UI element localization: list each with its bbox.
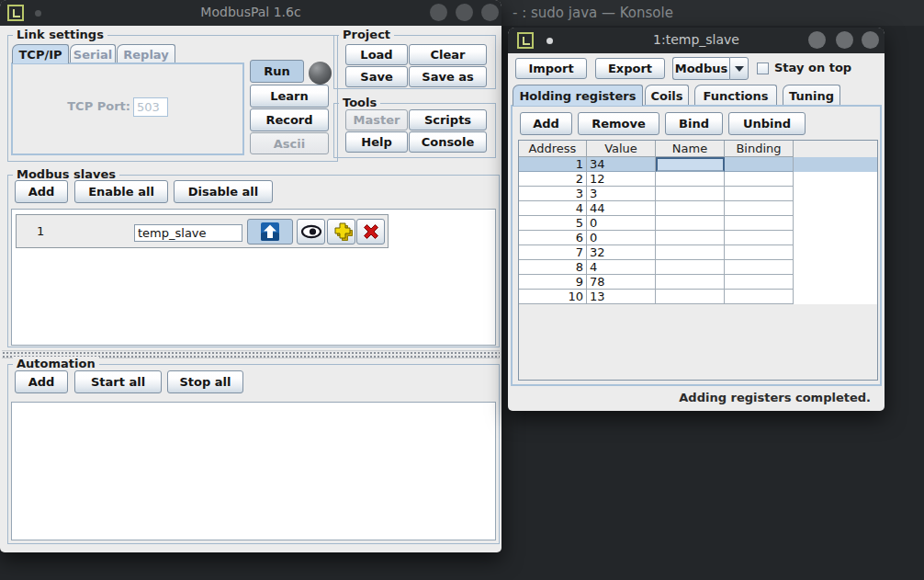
- mode-combobox[interactable]: Modbus: [672, 57, 729, 80]
- cell-binding[interactable]: [725, 187, 794, 201]
- cell-name[interactable]: [656, 245, 725, 260]
- register-remove-button[interactable]: Remove: [578, 112, 659, 135]
- table-row[interactable]: 33: [519, 187, 877, 201]
- table-row[interactable]: 50: [519, 216, 877, 231]
- console-button[interactable]: Console: [409, 131, 487, 153]
- export-button[interactable]: Export: [595, 58, 665, 79]
- help-button[interactable]: Help: [345, 131, 408, 153]
- column-header-value[interactable]: Value: [587, 141, 656, 157]
- cell-address[interactable]: 10: [519, 290, 587, 304]
- tab-coils[interactable]: Coils: [645, 85, 689, 106]
- save-button[interactable]: Save: [345, 66, 408, 87]
- cell-binding[interactable]: [725, 275, 794, 290]
- cell-address[interactable]: 4: [519, 201, 587, 216]
- cell-value[interactable]: 4: [587, 260, 656, 275]
- cell-value[interactable]: 0: [587, 231, 656, 245]
- cell-address[interactable]: 8: [519, 260, 587, 275]
- import-button[interactable]: Import: [515, 58, 587, 79]
- cell-value[interactable]: 32: [587, 245, 656, 260]
- cell-value[interactable]: 3: [587, 187, 656, 201]
- cell-binding[interactable]: [725, 260, 794, 275]
- minimize-button[interactable]: [430, 4, 447, 21]
- table-row[interactable]: 212: [519, 172, 877, 187]
- cell-address[interactable]: 3: [519, 187, 587, 201]
- master-button[interactable]: Master: [345, 109, 408, 131]
- table-row[interactable]: 444: [519, 201, 877, 216]
- cell-binding[interactable]: [725, 172, 794, 187]
- cell-binding[interactable]: [725, 157, 794, 172]
- close-button[interactable]: [862, 31, 879, 49]
- cell-binding[interactable]: [725, 231, 794, 245]
- column-header-binding[interactable]: Binding: [725, 141, 794, 157]
- cell-address[interactable]: 2: [519, 172, 587, 187]
- cell-binding[interactable]: [725, 290, 794, 304]
- cell-address[interactable]: 7: [519, 245, 587, 260]
- table-row[interactable]: 134: [519, 157, 877, 172]
- cell-name[interactable]: [656, 187, 725, 201]
- bind-button[interactable]: Bind: [665, 112, 723, 135]
- slave-delete-button[interactable]: [356, 219, 385, 245]
- run-button[interactable]: Run: [250, 60, 304, 83]
- tab-tcpip[interactable]: TCP/IP: [12, 44, 69, 63]
- cell-address[interactable]: 5: [519, 216, 587, 231]
- slave-stay-visible-button[interactable]: [297, 219, 325, 245]
- slave-add-button[interactable]: Add: [15, 180, 68, 203]
- cell-value[interactable]: 12: [587, 172, 656, 187]
- cell-address[interactable]: 9: [519, 275, 587, 290]
- minimize-button[interactable]: [808, 31, 826, 49]
- cell-name[interactable]: [656, 201, 725, 216]
- stay-on-top-checkbox[interactable]: [757, 63, 769, 74]
- cell-name[interactable]: [656, 157, 725, 172]
- table-row[interactable]: 1013: [519, 290, 877, 304]
- cell-name[interactable]: [656, 172, 725, 187]
- clear-button[interactable]: Clear: [409, 44, 487, 65]
- tcp-port-field[interactable]: 503: [133, 97, 168, 117]
- cell-address[interactable]: 1: [519, 157, 587, 172]
- cell-address[interactable]: 6: [519, 231, 587, 245]
- disable-all-button[interactable]: Disable all: [174, 180, 273, 203]
- table-row[interactable]: 84: [519, 260, 877, 275]
- tab-functions[interactable]: Functions: [694, 85, 777, 106]
- tab-holding-registers[interactable]: Holding registers: [513, 85, 643, 106]
- automation-add-button[interactable]: Add: [15, 370, 68, 393]
- stop-all-button[interactable]: Stop all: [167, 370, 243, 393]
- table-row[interactable]: 60: [519, 231, 877, 245]
- register-add-button[interactable]: Add: [520, 112, 572, 135]
- slave-item[interactable]: 1 temp_slave: [16, 214, 389, 248]
- cell-value[interactable]: 0: [587, 216, 656, 231]
- tab-tuning[interactable]: Tuning: [783, 85, 840, 106]
- cell-binding[interactable]: [725, 216, 794, 231]
- slave-name-field[interactable]: temp_slave: [134, 224, 242, 242]
- scripts-button[interactable]: Scripts: [409, 109, 487, 131]
- cell-value[interactable]: 44: [587, 201, 656, 216]
- maximize-button[interactable]: [836, 31, 853, 49]
- column-header-address[interactable]: Address: [519, 141, 587, 157]
- cell-value[interactable]: 34: [587, 157, 656, 172]
- cell-value[interactable]: 78: [587, 275, 656, 290]
- cell-name[interactable]: [656, 231, 725, 245]
- combobox-arrow-icon[interactable]: [729, 57, 749, 80]
- cell-binding[interactable]: [725, 245, 794, 260]
- column-header-name[interactable]: Name: [656, 141, 725, 157]
- slave-enable-toggle-button[interactable]: [247, 219, 293, 245]
- enable-all-button[interactable]: Enable all: [74, 180, 168, 203]
- cell-binding[interactable]: [725, 201, 794, 216]
- tab-serial[interactable]: Serial: [70, 44, 116, 63]
- cell-name[interactable]: [656, 260, 725, 275]
- slave-dialog-titlebar[interactable]: 1:temp_slave: [508, 28, 885, 53]
- cell-name[interactable]: [656, 275, 725, 290]
- table-row[interactable]: 732: [519, 245, 877, 260]
- cell-name[interactable]: [656, 216, 725, 231]
- save-as-button[interactable]: Save as: [409, 66, 487, 87]
- tab-replay[interactable]: Replay: [117, 44, 175, 63]
- maximize-button[interactable]: [456, 4, 473, 21]
- modbuspal-titlebar[interactable]: ModbusPal 1.6c: [0, 0, 501, 26]
- ascii-button[interactable]: Ascii: [250, 132, 329, 154]
- start-all-button[interactable]: Start all: [74, 370, 162, 393]
- close-button[interactable]: [481, 4, 499, 21]
- table-row[interactable]: 978: [519, 275, 877, 290]
- slave-add-automation-button[interactable]: [327, 219, 355, 245]
- load-button[interactable]: Load: [345, 44, 408, 65]
- cell-name[interactable]: [656, 290, 725, 304]
- learn-button[interactable]: Learn: [250, 85, 329, 108]
